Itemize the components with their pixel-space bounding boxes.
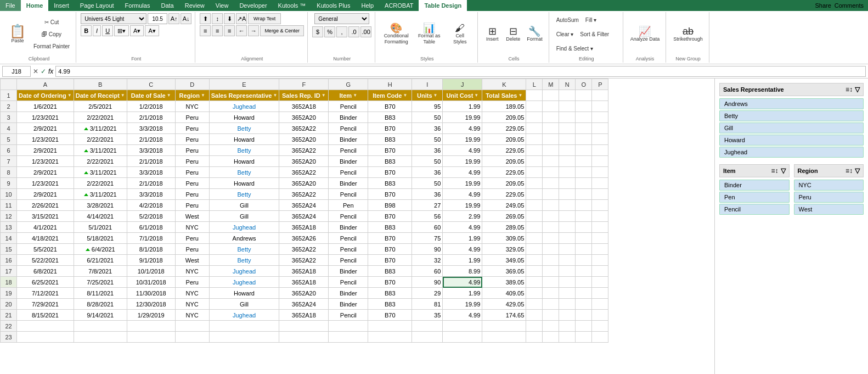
cell-J21[interactable]: 4.99 [443,310,482,321]
cell-E10[interactable]: Betty [209,189,279,200]
empty-cell[interactable] [559,288,576,299]
empty-cell[interactable] [482,321,526,332]
row-num-11[interactable]: 11 [1,200,17,211]
empty-cell[interactable] [412,321,443,332]
cell-B20[interactable]: 8/28/2021 [74,299,127,310]
cell-K11[interactable]: 249.05 [482,200,526,211]
empty-cell[interactable] [559,178,576,189]
align-middle-button[interactable]: ↕ [212,13,223,24]
empty-cell[interactable] [526,266,543,277]
cell-B11[interactable]: 3/28/2021 [74,200,127,211]
tab-formulas[interactable]: Formulas [120,0,156,11]
cell-G14[interactable]: Pencil [329,233,368,244]
empty-cell[interactable] [443,321,482,332]
delete-button[interactable]: ⊟ Delete [503,19,523,49]
empty-cell[interactable] [526,123,543,134]
cancel-formula-icon[interactable]: ✕ [33,68,38,75]
cell-J3[interactable]: 19.99 [443,112,482,123]
header-date-sale[interactable]: Date of Sale▼ [127,90,175,101]
cell-C21[interactable]: 1/29/2019 [127,310,175,321]
empty-cell[interactable] [592,145,608,156]
cell-K21[interactable]: 174.65 [482,310,526,321]
empty-cell[interactable] [592,112,608,123]
cell-K2[interactable]: 189.05 [482,101,526,112]
cell-F19[interactable]: 3652A20 [279,288,329,299]
empty-cell[interactable] [559,123,576,134]
empty-cell[interactable] [559,211,576,222]
header-date-receipt[interactable]: Date of Receipt▼ [74,90,127,101]
cell-E8[interactable]: Betty [209,167,279,178]
cell-C6[interactable]: 3/3/2018 [127,145,175,156]
cell-J6[interactable]: 4.99 [443,145,482,156]
empty-cell[interactable] [576,222,592,233]
empty-cell[interactable] [559,310,576,321]
tab-developer[interactable]: Developer [234,0,272,11]
cell-B13[interactable]: 5/1/2021 [74,222,127,233]
cell-A19[interactable]: 7/12/2021 [17,288,74,299]
cell-F8[interactable]: 3652A22 [279,167,329,178]
col-header-o[interactable]: O [576,79,592,90]
cell-E21[interactable]: Jughead [209,310,279,321]
sort-icon[interactable]: ≡↕ [846,86,853,93]
cell-F9[interactable]: 3652A20 [279,178,329,189]
empty-cell[interactable] [526,244,543,255]
cell-C7[interactable]: 2/1/2018 [127,156,175,167]
filter-icon[interactable]: ▽ [855,86,860,93]
empty-cell[interactable] [526,167,543,178]
cell-A8[interactable]: 2/9/2021 [17,167,74,178]
cell-D7[interactable]: Peru [175,156,209,167]
empty-cell[interactable] [543,266,559,277]
cell-G16[interactable]: Pencil [329,255,368,266]
cell-A14[interactable]: 4/18/2021 [17,233,74,244]
empty-cell[interactable] [559,321,576,332]
cell-A21[interactable]: 8/15/2021 [17,310,74,321]
empty-cell[interactable] [543,189,559,200]
empty-cell[interactable] [592,244,608,255]
empty-cell[interactable] [368,332,412,343]
sales-rep-filter-item[interactable]: Howard [719,135,864,146]
cell-K4[interactable]: 229.05 [482,123,526,134]
cell-G12[interactable]: Pencil [329,211,368,222]
cell-C2[interactable]: 1/2/2018 [127,101,175,112]
cell-H14[interactable]: B70 [368,233,412,244]
empty-cell[interactable] [592,200,608,211]
empty-cell[interactable] [526,310,543,321]
cell-F6[interactable]: 3652A22 [279,145,329,156]
cell-H12[interactable]: B70 [368,211,412,222]
tab-kutools[interactable]: Kutools ™ [273,0,312,11]
empty-cell[interactable] [592,222,608,233]
empty-cell[interactable] [576,189,592,200]
empty-cell[interactable] [559,200,576,211]
cell-styles-button[interactable]: 🖌 Cell Styles [446,19,474,49]
region-filter-icon[interactable]: ▽ [855,167,860,175]
cell-D2[interactable]: NYC [175,101,209,112]
empty-cell[interactable] [592,189,608,200]
cell-G5[interactable]: Binder [329,134,368,145]
spreadsheet-scroll[interactable]: A B C D E F G H I J K L M N O P [0,79,714,374]
cell-F2[interactable]: 3652A18 [279,101,329,112]
empty-cell[interactable] [17,321,74,332]
empty-cell[interactable] [209,321,279,332]
cell-G2[interactable]: Pencil [329,101,368,112]
cell-H16[interactable]: B70 [368,255,412,266]
empty-cell[interactable] [576,255,592,266]
cell-A12[interactable]: 3/15/2021 [17,211,74,222]
header-region[interactable]: Region▼ [175,90,209,101]
cell-I16[interactable]: 32 [412,255,443,266]
cell-G19[interactable]: Binder [329,288,368,299]
cell-D13[interactable]: NYC [175,222,209,233]
cell-D15[interactable]: Peru [175,244,209,255]
cell-H19[interactable]: B83 [368,288,412,299]
empty-cell[interactable] [559,266,576,277]
empty-cell[interactable] [592,101,608,112]
col-header-f[interactable]: F [279,79,329,90]
cell-A2[interactable]: 1/6/2021 [17,101,74,112]
wrap-text-button[interactable]: Wrap Text [248,13,281,24]
empty-cell[interactable] [127,332,175,343]
align-bottom-button[interactable]: ⬇ [224,13,235,24]
tab-page-layout[interactable]: Page Layout [75,0,120,11]
align-center-button[interactable]: ≡ [212,25,223,36]
conditional-formatting-button[interactable]: 🎨 Conditional Formatting [380,19,413,49]
cell-B6[interactable]: 3/11/2021 [74,145,127,156]
row-num-12[interactable]: 12 [1,211,17,222]
